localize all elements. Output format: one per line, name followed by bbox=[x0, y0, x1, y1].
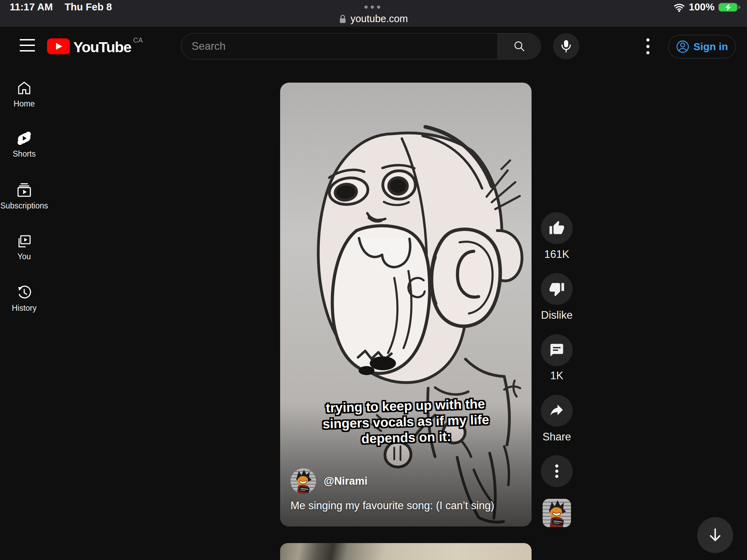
battery-percent: 100% bbox=[689, 1, 714, 13]
clock-time: 11:17 AM bbox=[10, 1, 53, 13]
share-button[interactable] bbox=[541, 395, 573, 427]
person-icon bbox=[676, 40, 689, 53]
url-text: youtube.com bbox=[350, 13, 408, 25]
comments-button[interactable] bbox=[541, 334, 573, 366]
dislike-label: Dislike bbox=[524, 309, 590, 321]
status-bar-right: 100% bbox=[673, 1, 741, 13]
shorts-video-player[interactable]: trying to keep up with the singers vocal… bbox=[280, 83, 532, 526]
mic-icon bbox=[559, 39, 573, 54]
home-icon bbox=[17, 81, 32, 96]
search-bar bbox=[181, 33, 541, 59]
dislike-button[interactable] bbox=[541, 273, 573, 305]
clock-date: Thu Feb 8 bbox=[65, 1, 112, 13]
logo-wordmark: YouTube bbox=[73, 39, 131, 56]
header-kebab-icon[interactable] bbox=[643, 38, 653, 54]
video-description: Me singing my favourite song: (I can’t s… bbox=[290, 500, 494, 512]
status-bar-left: 11:17 AM Thu Feb 8 bbox=[10, 1, 112, 13]
video-frame-drawing bbox=[280, 83, 532, 526]
voice-search-button[interactable] bbox=[553, 33, 579, 59]
battery-icon bbox=[718, 2, 741, 13]
channel-handle[interactable]: @Nirami bbox=[324, 475, 368, 487]
video-channel-thumbnail[interactable] bbox=[543, 499, 571, 527]
share-label: Share bbox=[524, 431, 590, 443]
logo-region: CA bbox=[133, 36, 143, 44]
down-arrow-icon bbox=[706, 526, 724, 544]
more-actions-button[interactable] bbox=[541, 455, 573, 487]
sidebar-item-you[interactable]: You bbox=[0, 234, 48, 261]
search-input[interactable] bbox=[181, 34, 498, 59]
you-icon bbox=[17, 234, 32, 249]
search-icon bbox=[513, 40, 526, 53]
youtube-play-icon bbox=[47, 38, 70, 54]
lock-icon bbox=[339, 14, 346, 24]
sidebar-item-subscriptions[interactable]: Subscriptions bbox=[0, 183, 48, 211]
shorts-icon bbox=[16, 131, 32, 146]
comment-count: 1K bbox=[524, 370, 590, 382]
browser-chrome: 11:17 AM Thu Feb 8 ••• 100% bbox=[0, 0, 747, 27]
video-caption: trying to keep up with the singers vocal… bbox=[280, 395, 532, 449]
youtube-header: YouTube CA bbox=[0, 27, 747, 66]
sidebar-item-history[interactable]: History bbox=[0, 285, 48, 313]
channel-row: @Nirami bbox=[290, 468, 368, 494]
thumbs-up-icon bbox=[549, 220, 565, 236]
sidebar-item-shorts[interactable]: Shorts bbox=[0, 131, 48, 159]
sign-in-button[interactable]: Sign in bbox=[668, 35, 736, 58]
wifi-icon bbox=[673, 2, 685, 12]
address-bar[interactable]: youtube.com bbox=[339, 13, 408, 25]
share-icon bbox=[548, 403, 565, 418]
next-video-preview[interactable] bbox=[280, 543, 532, 560]
youtube-logo[interactable]: YouTube CA bbox=[47, 36, 143, 56]
channel-avatar[interactable] bbox=[290, 468, 316, 494]
like-button[interactable] bbox=[541, 212, 573, 244]
like-count: 161K bbox=[524, 248, 590, 261]
history-icon bbox=[17, 285, 32, 300]
comment-icon bbox=[549, 343, 564, 358]
search-button[interactable] bbox=[498, 34, 541, 59]
menu-icon[interactable] bbox=[20, 39, 35, 53]
kebab-icon bbox=[555, 464, 559, 479]
subscriptions-icon bbox=[16, 183, 32, 198]
thumbs-down-icon bbox=[549, 281, 565, 297]
sign-in-label: Sign in bbox=[693, 41, 728, 53]
sidebar-item-home[interactable]: Home bbox=[0, 81, 48, 109]
next-video-button[interactable] bbox=[697, 517, 733, 553]
youtube-shorts-page: 11:17 AM Thu Feb 8 ••• 100% bbox=[0, 0, 747, 560]
tab-overflow-icon[interactable]: ••• bbox=[364, 1, 383, 13]
